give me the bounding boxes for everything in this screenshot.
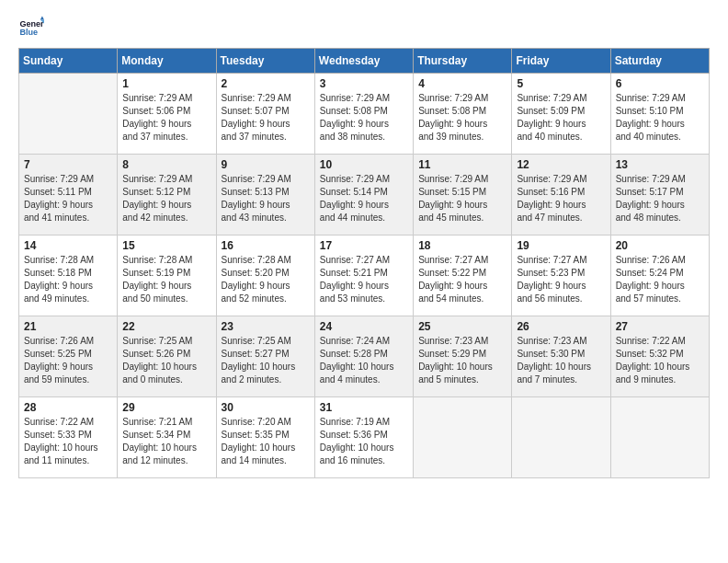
cell-info: Sunrise: 7:29 AM Sunset: 5:08 PM Dayligh… bbox=[418, 92, 506, 144]
day-number: 12 bbox=[517, 158, 605, 171]
calendar-cell: 19Sunrise: 7:27 AM Sunset: 5:23 PM Dayli… bbox=[512, 236, 610, 316]
calendar-cell bbox=[414, 397, 512, 478]
calendar-header-row: SundayMondayTuesdayWednesdayThursdayFrid… bbox=[19, 49, 710, 74]
day-number: 21 bbox=[24, 320, 112, 333]
calendar-cell: 1Sunrise: 7:29 AM Sunset: 5:06 PM Daylig… bbox=[118, 74, 216, 155]
weekday-header-friday: Friday bbox=[512, 49, 610, 74]
cell-info: Sunrise: 7:19 AM Sunset: 5:36 PM Dayligh… bbox=[320, 416, 408, 467]
cell-info: Sunrise: 7:28 AM Sunset: 5:18 PM Dayligh… bbox=[24, 254, 112, 305]
day-number: 2 bbox=[222, 77, 310, 90]
cell-info: Sunrise: 7:29 AM Sunset: 5:12 PM Dayligh… bbox=[122, 173, 210, 224]
cell-info: Sunrise: 7:29 AM Sunset: 5:08 PM Dayligh… bbox=[320, 92, 408, 144]
calendar-cell: 25Sunrise: 7:23 AM Sunset: 5:29 PM Dayli… bbox=[414, 316, 512, 397]
day-number: 1 bbox=[122, 77, 210, 90]
calendar-cell: 21Sunrise: 7:26 AM Sunset: 5:25 PM Dayli… bbox=[19, 316, 118, 397]
day-number: 28 bbox=[24, 401, 112, 414]
calendar-cell: 8Sunrise: 7:29 AM Sunset: 5:12 PM Daylig… bbox=[118, 155, 216, 236]
day-number: 8 bbox=[122, 158, 210, 171]
calendar-week-row: 1Sunrise: 7:29 AM Sunset: 5:06 PM Daylig… bbox=[19, 74, 710, 155]
calendar-cell: 15Sunrise: 7:28 AM Sunset: 5:19 PM Dayli… bbox=[118, 236, 216, 316]
cell-info: Sunrise: 7:24 AM Sunset: 5:28 PM Dayligh… bbox=[320, 335, 408, 386]
weekday-header-wednesday: Wednesday bbox=[314, 49, 413, 74]
day-number: 20 bbox=[616, 239, 704, 252]
weekday-header-monday: Monday bbox=[118, 49, 216, 74]
cell-info: Sunrise: 7:28 AM Sunset: 5:19 PM Dayligh… bbox=[122, 254, 210, 305]
cell-info: Sunrise: 7:29 AM Sunset: 5:14 PM Dayligh… bbox=[320, 173, 408, 224]
header-row: General Blue bbox=[18, 15, 710, 40]
svg-text:General: General bbox=[19, 19, 44, 29]
calendar-cell: 2Sunrise: 7:29 AM Sunset: 5:07 PM Daylig… bbox=[216, 74, 314, 155]
day-number: 24 bbox=[320, 320, 408, 333]
day-number: 11 bbox=[418, 158, 506, 171]
calendar-cell: 24Sunrise: 7:24 AM Sunset: 5:28 PM Dayli… bbox=[314, 316, 413, 397]
cell-info: Sunrise: 7:29 AM Sunset: 5:11 PM Dayligh… bbox=[24, 173, 112, 224]
cell-info: Sunrise: 7:29 AM Sunset: 5:17 PM Dayligh… bbox=[616, 173, 704, 224]
day-number: 4 bbox=[418, 77, 506, 90]
svg-marker-2 bbox=[40, 16, 44, 19]
cell-info: Sunrise: 7:26 AM Sunset: 5:25 PM Dayligh… bbox=[24, 335, 112, 386]
day-number: 29 bbox=[122, 401, 210, 414]
calendar-week-row: 28Sunrise: 7:22 AM Sunset: 5:33 PM Dayli… bbox=[19, 397, 710, 478]
cell-info: Sunrise: 7:20 AM Sunset: 5:35 PM Dayligh… bbox=[222, 416, 310, 467]
calendar-cell: 13Sunrise: 7:29 AM Sunset: 5:17 PM Dayli… bbox=[610, 155, 709, 236]
cell-info: Sunrise: 7:21 AM Sunset: 5:34 PM Dayligh… bbox=[122, 416, 210, 467]
logo: General Blue bbox=[18, 15, 48, 40]
day-number: 5 bbox=[517, 77, 605, 90]
calendar-cell: 22Sunrise: 7:25 AM Sunset: 5:26 PM Dayli… bbox=[118, 316, 216, 397]
calendar-week-row: 14Sunrise: 7:28 AM Sunset: 5:18 PM Dayli… bbox=[19, 236, 710, 316]
day-number: 6 bbox=[616, 77, 704, 90]
calendar-cell: 29Sunrise: 7:21 AM Sunset: 5:34 PM Dayli… bbox=[118, 397, 216, 478]
calendar-cell bbox=[19, 74, 118, 155]
calendar-cell: 16Sunrise: 7:28 AM Sunset: 5:20 PM Dayli… bbox=[216, 236, 314, 316]
day-number: 10 bbox=[320, 158, 408, 171]
day-number: 26 bbox=[517, 320, 605, 333]
cell-info: Sunrise: 7:23 AM Sunset: 5:29 PM Dayligh… bbox=[418, 335, 506, 386]
cell-info: Sunrise: 7:22 AM Sunset: 5:33 PM Dayligh… bbox=[24, 416, 112, 467]
calendar-cell: 31Sunrise: 7:19 AM Sunset: 5:36 PM Dayli… bbox=[314, 397, 413, 478]
day-number: 16 bbox=[222, 239, 310, 252]
calendar-cell: 6Sunrise: 7:29 AM Sunset: 5:10 PM Daylig… bbox=[610, 74, 709, 155]
cell-info: Sunrise: 7:25 AM Sunset: 5:27 PM Dayligh… bbox=[222, 335, 310, 386]
calendar-cell: 11Sunrise: 7:29 AM Sunset: 5:15 PM Dayli… bbox=[414, 155, 512, 236]
calendar-cell: 26Sunrise: 7:23 AM Sunset: 5:30 PM Dayli… bbox=[512, 316, 610, 397]
calendar-cell: 23Sunrise: 7:25 AM Sunset: 5:27 PM Dayli… bbox=[216, 316, 314, 397]
calendar-cell: 10Sunrise: 7:29 AM Sunset: 5:14 PM Dayli… bbox=[314, 155, 413, 236]
day-number: 27 bbox=[616, 320, 704, 333]
day-number: 19 bbox=[517, 239, 605, 252]
cell-info: Sunrise: 7:26 AM Sunset: 5:24 PM Dayligh… bbox=[616, 254, 704, 305]
calendar-cell: 27Sunrise: 7:22 AM Sunset: 5:32 PM Dayli… bbox=[610, 316, 709, 397]
cell-info: Sunrise: 7:25 AM Sunset: 5:26 PM Dayligh… bbox=[122, 335, 210, 386]
calendar-cell bbox=[512, 397, 610, 478]
cell-info: Sunrise: 7:29 AM Sunset: 5:06 PM Dayligh… bbox=[122, 92, 210, 144]
calendar-cell: 18Sunrise: 7:27 AM Sunset: 5:22 PM Dayli… bbox=[414, 236, 512, 316]
cell-info: Sunrise: 7:29 AM Sunset: 5:10 PM Dayligh… bbox=[616, 92, 704, 144]
day-number: 3 bbox=[320, 77, 408, 90]
day-number: 15 bbox=[122, 239, 210, 252]
weekday-header-sunday: Sunday bbox=[19, 49, 118, 74]
calendar-cell: 14Sunrise: 7:28 AM Sunset: 5:18 PM Dayli… bbox=[19, 236, 118, 316]
day-number: 17 bbox=[320, 239, 408, 252]
calendar-cell: 30Sunrise: 7:20 AM Sunset: 5:35 PM Dayli… bbox=[216, 397, 314, 478]
day-number: 22 bbox=[122, 320, 210, 333]
calendar-cell: 3Sunrise: 7:29 AM Sunset: 5:08 PM Daylig… bbox=[314, 74, 413, 155]
calendar-cell: 20Sunrise: 7:26 AM Sunset: 5:24 PM Dayli… bbox=[610, 236, 709, 316]
logo-icon: General Blue bbox=[18, 15, 44, 40]
calendar-cell: 7Sunrise: 7:29 AM Sunset: 5:11 PM Daylig… bbox=[19, 155, 118, 236]
svg-text:Blue: Blue bbox=[19, 28, 38, 37]
cell-info: Sunrise: 7:22 AM Sunset: 5:32 PM Dayligh… bbox=[616, 335, 704, 386]
day-number: 7 bbox=[24, 158, 112, 171]
calendar-table: SundayMondayTuesdayWednesdayThursdayFrid… bbox=[18, 48, 710, 478]
cell-info: Sunrise: 7:29 AM Sunset: 5:13 PM Dayligh… bbox=[222, 173, 310, 224]
calendar-week-row: 21Sunrise: 7:26 AM Sunset: 5:25 PM Dayli… bbox=[19, 316, 710, 397]
cell-info: Sunrise: 7:27 AM Sunset: 5:22 PM Dayligh… bbox=[418, 254, 506, 305]
cell-info: Sunrise: 7:27 AM Sunset: 5:23 PM Dayligh… bbox=[517, 254, 605, 305]
page-container: General Blue SundayMondayTuesdayWednesda… bbox=[0, 0, 728, 488]
weekday-header-saturday: Saturday bbox=[610, 49, 709, 74]
calendar-cell: 17Sunrise: 7:27 AM Sunset: 5:21 PM Dayli… bbox=[314, 236, 413, 316]
day-number: 14 bbox=[24, 239, 112, 252]
calendar-cell: 4Sunrise: 7:29 AM Sunset: 5:08 PM Daylig… bbox=[414, 74, 512, 155]
cell-info: Sunrise: 7:29 AM Sunset: 5:07 PM Dayligh… bbox=[222, 92, 310, 144]
cell-info: Sunrise: 7:29 AM Sunset: 5:16 PM Dayligh… bbox=[517, 173, 605, 224]
day-number: 25 bbox=[418, 320, 506, 333]
day-number: 30 bbox=[222, 401, 310, 414]
